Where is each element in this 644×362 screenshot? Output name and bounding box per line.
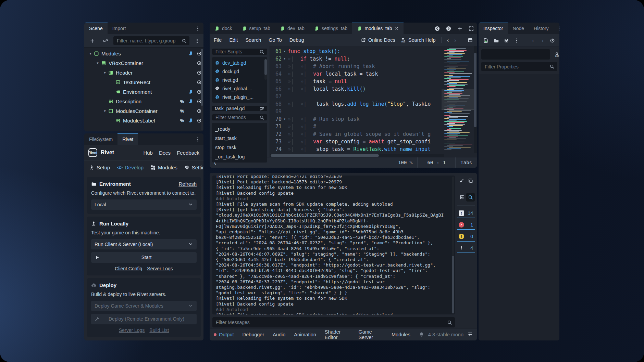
code-horizontal-scrollbar[interactable] bbox=[270, 154, 444, 157]
tree-row-modulescontainer[interactable]: ▾ModulesContainer% bbox=[84, 106, 203, 116]
collapse-arrow-icon[interactable]: ▾ bbox=[95, 61, 100, 65]
resource-menu-button[interactable] bbox=[512, 36, 521, 45]
scene-tab-menu-button[interactable] bbox=[192, 23, 203, 34]
load-resource-button[interactable] bbox=[492, 36, 500, 45]
edit-count-badge[interactable]: 4 bbox=[457, 243, 475, 253]
error-count-badge[interactable]: ×1 bbox=[457, 220, 475, 230]
tab-dock[interactable]: dock bbox=[210, 23, 237, 34]
unique-name-badge[interactable]: % bbox=[178, 108, 186, 114]
script-item-rivet.gd[interactable]: rivet.gd bbox=[212, 76, 267, 84]
search-log-button[interactable] bbox=[466, 193, 475, 202]
scene-filter-field[interactable] bbox=[116, 38, 179, 44]
method-item-start_task[interactable]: start_task bbox=[212, 133, 267, 143]
script-badge[interactable] bbox=[186, 89, 195, 94]
tab-filesystem[interactable]: FileSystem bbox=[84, 133, 117, 145]
tree-row-moduleslabel[interactable]: ModulesLabel% bbox=[84, 116, 203, 125]
tab-history[interactable]: History bbox=[529, 23, 554, 34]
tab-modules-tab[interactable]: modules_tab bbox=[352, 23, 403, 34]
menu-search[interactable]: Search bbox=[245, 37, 261, 43]
script-item-dev_tab.gd[interactable]: dev_tab.gd bbox=[212, 59, 267, 67]
search-help-button[interactable]: DOCSearch Help bbox=[401, 37, 436, 43]
run-link-server-logs[interactable]: Server Logs bbox=[147, 266, 173, 271]
method-item-_ready[interactable]: _ready bbox=[212, 124, 267, 133]
collapse-arrow-icon[interactable]: ▾ bbox=[102, 109, 108, 113]
history-icon-button[interactable] bbox=[548, 36, 557, 45]
minimap-viewport[interactable] bbox=[442, 89, 474, 110]
script-item-rivet_global....[interactable]: rivet_global.... bbox=[212, 84, 267, 93]
tab-node[interactable]: Node bbox=[508, 23, 529, 34]
environment-select[interactable]: Local bbox=[91, 199, 197, 210]
dock-menu-button[interactable] bbox=[192, 133, 203, 145]
script-badge[interactable] bbox=[186, 99, 195, 104]
tab-dev-tab[interactable]: dev_tab bbox=[275, 23, 309, 34]
prev-script-button[interactable] bbox=[432, 23, 443, 34]
history-forward-button[interactable]: › bbox=[454, 37, 456, 43]
menu-file[interactable]: File bbox=[214, 37, 222, 43]
new-resource-button[interactable] bbox=[481, 36, 490, 45]
refresh-link[interactable]: Refresh bbox=[178, 181, 197, 187]
code-vertical-scrollbar[interactable] bbox=[474, 46, 477, 153]
online-docs-button[interactable]: Online Docs bbox=[361, 37, 395, 43]
tab-scene[interactable]: Scene bbox=[84, 23, 108, 34]
close-icon[interactable] bbox=[395, 26, 399, 30]
tree-row-environment[interactable]: Environment bbox=[84, 87, 203, 96]
filter-scripts-input[interactable] bbox=[212, 49, 267, 55]
collapse-arrow-icon[interactable]: ▾ bbox=[102, 70, 108, 75]
collapse-arrow-icon[interactable]: ▾ bbox=[88, 51, 93, 56]
scene-toolbar-menu-button[interactable] bbox=[191, 38, 203, 43]
filter-methods-input[interactable] bbox=[212, 114, 267, 120]
rivet-nav-develop[interactable]: </>Develop bbox=[117, 165, 144, 170]
scene-filter-input[interactable] bbox=[113, 36, 189, 45]
tab-rivet[interactable]: Rivet bbox=[117, 133, 138, 145]
deploy-link-server-logs[interactable]: Server Logs bbox=[119, 327, 145, 333]
unique-name-badge[interactable]: % bbox=[178, 118, 186, 123]
deploy-target-select[interactable]: Deploy Game Server & Modules bbox=[91, 301, 197, 311]
unique-name-badge[interactable]: % bbox=[178, 99, 186, 104]
rivet-nav-modules[interactable]: Modules bbox=[150, 165, 177, 170]
rivet-link-feedback[interactable]: Feedback bbox=[177, 150, 199, 156]
script-list-scrollbar[interactable] bbox=[264, 59, 267, 80]
tree-row-header[interactable]: ▾Header bbox=[84, 68, 203, 77]
script-badge[interactable] bbox=[186, 51, 195, 56]
fullscreen-button[interactable] bbox=[466, 23, 477, 34]
fold-arrow-icon[interactable]: ▾ bbox=[282, 115, 288, 123]
caret-position[interactable]: 60:1 bbox=[417, 157, 455, 168]
menu-debug[interactable]: Debug bbox=[289, 37, 304, 43]
fold-arrow-icon[interactable]: ▾ bbox=[282, 48, 288, 55]
script-item-rivet_plugin_...[interactable]: rivet_plugin_... bbox=[212, 93, 267, 101]
tab-import[interactable]: Import bbox=[108, 23, 131, 34]
output-log[interactable]: [Rivet] Port update: backend=24721 edito… bbox=[212, 176, 455, 314]
new-script-button[interactable] bbox=[454, 23, 466, 34]
bottom-tab-game-server[interactable]: Game Server bbox=[358, 329, 383, 340]
add-node-button[interactable] bbox=[87, 38, 98, 43]
filter-properties-input[interactable] bbox=[481, 62, 557, 71]
copy-output-button[interactable] bbox=[466, 177, 475, 185]
run-mode-select[interactable]: Run Client & Server (Local) bbox=[91, 239, 197, 249]
filter-messages-input[interactable] bbox=[212, 317, 455, 327]
rivet-nav-settings[interactable]: Settings bbox=[184, 165, 203, 170]
tree-row-vboxcontainer[interactable]: ▾VBoxContainer bbox=[84, 58, 203, 68]
tab-settings-tab[interactable]: settings_tab bbox=[309, 23, 352, 34]
bell-icon[interactable] bbox=[419, 332, 424, 337]
tab-inspector[interactable]: Inspector bbox=[479, 23, 508, 34]
bottom-tab-output[interactable]: Output bbox=[214, 329, 234, 340]
panel-layout-icon[interactable] bbox=[468, 38, 473, 43]
method-item-stop_task[interactable]: stop_task bbox=[212, 143, 267, 152]
bottom-tab-audio[interactable]: Audio bbox=[273, 329, 285, 340]
indent-mode[interactable]: Tabs bbox=[455, 157, 477, 168]
tab-setup-tab[interactable]: setup_tab bbox=[237, 23, 275, 34]
run-link-client-config[interactable]: Client Config bbox=[115, 266, 142, 271]
bottom-tab-modules[interactable]: Modules bbox=[392, 329, 410, 340]
bottom-tab-shader-editor[interactable]: Shader Editor bbox=[325, 329, 350, 340]
history-back-button[interactable]: ‹ bbox=[447, 37, 449, 43]
zoom-level[interactable]: 100 % bbox=[393, 157, 417, 168]
bottom-tab-debugger[interactable]: Debugger bbox=[243, 329, 264, 340]
inspector-tab-menu-button[interactable] bbox=[554, 23, 559, 34]
rivet-link-hub[interactable]: Hub bbox=[143, 150, 153, 156]
bottom-tab-animation[interactable]: Animation bbox=[294, 329, 316, 340]
inspector-back-button[interactable]: ‹ bbox=[529, 36, 537, 45]
deploy-button[interactable]: Deploy (Remote Environment Only) bbox=[91, 314, 197, 324]
next-script-button[interactable] bbox=[443, 23, 454, 34]
method-item-_on_task_log[interactable]: _on_task_log bbox=[212, 152, 267, 161]
menu-go-to[interactable]: Go To bbox=[269, 37, 282, 43]
